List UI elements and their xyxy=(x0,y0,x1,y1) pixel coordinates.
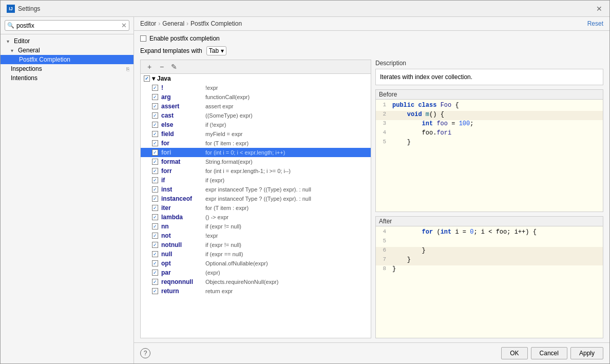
code-line: 2 void m() { xyxy=(376,111,603,120)
line-number: 7 xyxy=(376,256,390,262)
tpl-key: if xyxy=(161,177,202,184)
sidebar: 🔍 ✕ ▾ Editor ▾ General Postfix Co xyxy=(1,17,134,363)
after-label: After xyxy=(376,217,603,226)
tpl-desc: return expr xyxy=(205,288,233,294)
tpl-checkbox[interactable] xyxy=(152,205,158,211)
help-button[interactable]: ? xyxy=(140,348,150,358)
list-item[interactable]: inst expr instanceof Type ? ((Type) expr… xyxy=(141,185,371,194)
tpl-checkbox[interactable] xyxy=(152,214,158,220)
after-code-panel: After 4 for (int i = 0; i < foo; i++) { … xyxy=(375,216,603,339)
tpl-checkbox[interactable] xyxy=(152,168,158,174)
list-item[interactable]: instanceof expr instanceof Type ? ((Type… xyxy=(141,194,371,203)
close-button[interactable]: ✕ xyxy=(595,5,603,13)
tpl-checkbox[interactable] xyxy=(152,223,158,229)
breadcrumb: Editor › General › Postfix Completion xyxy=(140,20,242,27)
tpl-checkbox[interactable] xyxy=(152,131,158,137)
list-item[interactable]: nn if (expr != null) xyxy=(141,222,371,231)
list-item[interactable]: forr for (int i = expr.length-1; i >= 0;… xyxy=(141,166,371,176)
list-item[interactable]: return return expr xyxy=(141,286,371,296)
tpl-key: nn xyxy=(161,223,202,230)
list-item[interactable]: format String.format(expr) xyxy=(141,157,371,166)
chevron-down-icon: ▾ xyxy=(11,48,16,53)
edit-button[interactable]: ✎ xyxy=(168,62,180,72)
tpl-checkbox[interactable] xyxy=(152,233,158,239)
code-line: 6 } xyxy=(376,247,603,256)
tpl-checkbox[interactable] xyxy=(152,196,158,202)
tpl-key: par xyxy=(161,269,202,276)
list-item[interactable]: cast ((SomeType) expr) xyxy=(141,111,371,120)
tpl-checkbox[interactable] xyxy=(152,251,158,257)
sidebar-item-postfix-completion[interactable]: Postfix Completion xyxy=(1,55,134,64)
list-item[interactable]: reqnonnull Objects.requireNonNull(expr) xyxy=(141,277,371,286)
tpl-checkbox[interactable] xyxy=(152,85,158,91)
tpl-checkbox[interactable] xyxy=(152,103,158,109)
sidebar-item-inspections[interactable]: Inspections ⎘ xyxy=(1,64,134,73)
tpl-checkbox[interactable] xyxy=(152,270,158,276)
line-content: } xyxy=(390,256,603,263)
list-item[interactable]: else if (!expr) xyxy=(141,120,371,129)
line-number: 1 xyxy=(376,102,390,108)
sidebar-item-intentions[interactable]: Intentions xyxy=(1,73,134,83)
tpl-checkbox[interactable] xyxy=(152,112,158,119)
tpl-checkbox[interactable] xyxy=(152,140,158,146)
expand-dropdown[interactable]: Tab ▾ xyxy=(206,46,226,55)
template-group-java[interactable]: ▾ Java xyxy=(141,74,371,83)
breadcrumb-sep: › xyxy=(158,20,160,27)
sidebar-item-editor[interactable]: ▾ Editor xyxy=(1,36,134,46)
enable-postfix-checkbox[interactable] xyxy=(140,35,146,42)
search-input-wrapper: 🔍 ✕ xyxy=(5,20,129,31)
sidebar-item-label: Intentions xyxy=(11,74,37,82)
tpl-desc: for (int i = 0; i < expr.length; i++) xyxy=(205,149,285,156)
tpl-key: for xyxy=(161,140,202,147)
tpl-checkbox[interactable] xyxy=(152,94,158,100)
code-line: 4 for (int i = 0; i < foo; i++) { xyxy=(376,228,603,238)
tpl-key: else xyxy=(161,121,202,128)
tpl-key: iter xyxy=(161,204,202,212)
ok-button[interactable]: OK xyxy=(501,347,527,359)
tpl-checkbox[interactable] xyxy=(152,260,158,266)
java-group-checkbox[interactable] xyxy=(144,75,150,82)
sidebar-item-general[interactable]: ▾ General xyxy=(1,46,134,55)
before-label: Before xyxy=(376,90,603,100)
tpl-checkbox[interactable] xyxy=(152,122,158,128)
add-button[interactable]: + xyxy=(144,62,155,72)
tpl-checkbox[interactable] xyxy=(152,288,158,294)
list-item[interactable]: not !expr xyxy=(141,231,371,240)
tpl-key: fori xyxy=(161,149,202,156)
reset-button[interactable]: Reset xyxy=(587,20,603,27)
list-item[interactable]: null if (expr == null) xyxy=(141,250,371,259)
list-item[interactable]: arg functionCall(expr) xyxy=(141,92,371,102)
code-section: Before 1 public class Foo { 2 void m() { xyxy=(375,89,603,338)
tpl-checkbox[interactable] xyxy=(152,159,158,165)
list-item[interactable]: par (expr) xyxy=(141,268,371,277)
tpl-checkbox[interactable] xyxy=(152,186,158,193)
list-item[interactable]: opt Optional.ofNullable(expr) xyxy=(141,259,371,268)
sidebar-item-label: Inspections xyxy=(11,65,42,72)
list-item[interactable]: lambda () -> expr xyxy=(141,213,371,222)
description-box: Iterates with index over collection. xyxy=(375,69,603,85)
list-item[interactable]: assert assert expr xyxy=(141,102,371,111)
list-item[interactable]: iter for (T item : expr) xyxy=(141,203,371,213)
apply-button[interactable]: Apply xyxy=(570,347,603,359)
line-content: } xyxy=(390,247,603,254)
tpl-checkbox[interactable] xyxy=(152,279,158,285)
list-item[interactable]: if if (expr) xyxy=(141,176,371,185)
tpl-desc: !expr xyxy=(205,85,218,91)
clear-icon[interactable]: ✕ xyxy=(121,22,127,29)
chevron-down-icon: ▾ xyxy=(7,39,12,44)
list-item[interactable]: fori for (int i = 0; i < expr.length; i+… xyxy=(141,148,371,157)
tpl-checkbox[interactable] xyxy=(152,149,158,156)
list-item[interactable]: for for (T item : expr) xyxy=(141,139,371,148)
list-item[interactable]: ! !expr xyxy=(141,83,371,92)
tpl-key: opt xyxy=(161,260,202,267)
remove-button[interactable]: − xyxy=(156,62,167,72)
footer: ? OK Cancel Apply xyxy=(134,342,609,363)
search-input[interactable] xyxy=(16,22,119,29)
enable-row: Enable postfix completion xyxy=(140,35,603,42)
list-item[interactable]: field myField = expr xyxy=(141,129,371,139)
list-item[interactable]: notnull if (expr != null) xyxy=(141,240,371,250)
cancel-button[interactable]: Cancel xyxy=(531,347,567,359)
tpl-checkbox[interactable] xyxy=(152,242,158,248)
tpl-key: not xyxy=(161,232,202,239)
tpl-checkbox[interactable] xyxy=(152,177,158,183)
